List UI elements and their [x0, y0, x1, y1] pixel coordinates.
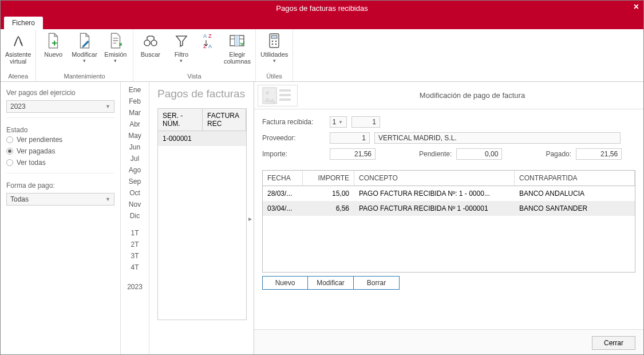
estado-label: Estado — [6, 126, 114, 134]
month-ago[interactable]: Ago — [121, 165, 149, 175]
grid-header: SER. - NÚM. FACTURA REC — [157, 108, 247, 131]
factura-serie[interactable]: 1▼ — [330, 116, 347, 128]
importe-value: 21,56 — [330, 148, 376, 160]
sort-az-icon: AZZA — [200, 31, 218, 50]
factura-label: Factura recibida: — [262, 118, 325, 126]
svg-text:A: A — [208, 44, 212, 49]
svg-point-0 — [144, 40, 150, 46]
modificar-button[interactable]: Modificar — [308, 276, 354, 290]
filtro-button[interactable]: Filtro ▾ — [169, 31, 194, 64]
col-concepto[interactable]: CONCEPTO — [354, 171, 515, 186]
month-ene[interactable]: Ene — [121, 85, 149, 94]
svg-rect-9 — [271, 36, 277, 38]
importe-label: Importe: — [262, 150, 325, 158]
month-jul[interactable]: Jul — [121, 154, 149, 163]
pagado-value: 21,56 — [576, 148, 622, 160]
svg-rect-18 — [279, 98, 291, 101]
chevron-down-icon: ▾ — [83, 58, 86, 64]
emit-doc-icon — [106, 31, 125, 50]
col-fecha[interactable]: FECHA — [263, 171, 303, 186]
forma-label: Forma de pago: — [6, 182, 114, 190]
utilidades-button[interactable]: Utilidades ▾ — [260, 31, 288, 64]
month-oct[interactable]: Oct — [121, 188, 149, 198]
payments-grid: FECHA IMPORTE CONCEPTO CONTRAPARTIDA 28/… — [262, 170, 635, 273]
nuevo-button[interactable]: Nuevo — [262, 276, 308, 290]
list-row[interactable]: 1-000001 — [158, 131, 246, 146]
month-mar[interactable]: Mar — [121, 108, 149, 117]
detail-title: Modificación de pago de factura — [301, 91, 643, 100]
col-ser-num[interactable]: SER. - NÚM. — [158, 109, 203, 131]
group-utiles-label: Útiles — [260, 72, 288, 80]
month-may[interactable]: May — [121, 131, 149, 140]
pagado-label: Pagado: — [546, 150, 571, 158]
month-abr[interactable]: Abr — [121, 120, 149, 129]
year-select[interactable]: 2023 ▼ — [6, 100, 114, 113]
page-title: Pagos de facturas — [157, 88, 247, 100]
col-contrapartida[interactable]: CONTRAPARTIDA — [515, 171, 635, 186]
sidebar: Ver pagos del ejercicio 2023 ▼ Estado Ve… — [1, 82, 121, 355]
factura-num[interactable]: 1 — [351, 116, 380, 128]
month-strip: Ene Feb Mar Abr May Jun Jul Ago Sep Oct … — [121, 82, 149, 355]
svg-point-13 — [275, 44, 277, 45]
emision-button[interactable]: Emisión ▾ — [103, 31, 128, 64]
svg-text:Z: Z — [203, 44, 207, 49]
month-feb[interactable]: Feb — [121, 97, 149, 106]
chevron-down-icon: ▼ — [105, 104, 110, 109]
edit-doc-icon — [76, 31, 94, 50]
svg-rect-17 — [279, 94, 291, 96]
tab-fichero[interactable]: Fichero — [4, 17, 43, 29]
quarter-2t[interactable]: 2T — [121, 240, 149, 249]
window-title: Pagos de facturas recibidas — [276, 4, 368, 13]
radio-pendientes[interactable]: Ver pendientes — [6, 134, 114, 145]
chevron-down-icon: ▾ — [114, 58, 117, 64]
svg-rect-7 — [235, 36, 239, 46]
modificar-button[interactable]: Modificar ▾ — [72, 31, 97, 64]
col-factura[interactable]: FACTURA REC — [203, 109, 246, 131]
payment-row[interactable]: 28/03/... 15,00 PAGO FACTURA RECIBIDA Nº… — [263, 186, 635, 201]
asistente-button[interactable]: Asistente virtual — [5, 31, 31, 65]
svg-point-12 — [272, 44, 274, 45]
svg-rect-16 — [279, 89, 291, 92]
proveedor-label: Proveedor: — [262, 134, 325, 142]
radio-pagadas[interactable]: Ver pagadas — [6, 145, 114, 157]
payment-row[interactable]: 03/04/... 6,56 PAGO FACTURA RECIBIDA Nº … — [263, 201, 635, 216]
quarter-3t[interactable]: 3T — [121, 251, 149, 261]
chevron-down-icon: ▼ — [105, 196, 110, 202]
month-nov[interactable]: Nov — [121, 200, 149, 209]
svg-point-1 — [151, 40, 157, 46]
cerrar-button[interactable]: Cerrar — [592, 336, 635, 350]
month-dic[interactable]: Dic — [121, 211, 149, 220]
detail-panel: Modificación de pago de factura Factura … — [254, 82, 643, 355]
forma-select[interactable]: Todas ▼ — [6, 193, 114, 206]
nuevo-button[interactable]: Nuevo — [41, 31, 66, 58]
buscar-button[interactable]: Buscar — [138, 31, 163, 58]
svg-point-10 — [272, 41, 274, 42]
proveedor-cod[interactable]: 1 — [330, 132, 370, 144]
month-sep[interactable]: Sep — [121, 177, 149, 186]
ver-pagos-label: Ver pagos del ejercicio — [6, 89, 114, 97]
svg-text:A: A — [203, 33, 207, 39]
close-icon[interactable]: × — [634, 2, 639, 12]
chevron-down-icon: ▾ — [180, 58, 183, 64]
pendiente-label: Pendiente: — [419, 150, 452, 158]
quarter-1t[interactable]: 1T — [121, 228, 149, 238]
month-jun[interactable]: Jun — [121, 143, 149, 152]
ribbon: Asistente virtual Atenea Nuevo Modificar… — [1, 29, 643, 82]
calculator-icon — [265, 31, 283, 50]
columns-icon — [228, 31, 246, 50]
group-atenea-label: Atenea — [5, 72, 31, 80]
group-mant-label: Mantenimiento — [41, 72, 128, 80]
year-2023[interactable]: 2023 — [121, 282, 149, 291]
main-list: Pagos de facturas SER. - NÚM. FACTURA RE… — [149, 82, 247, 355]
sort-button[interactable]: AZZA — [200, 31, 218, 50]
title-bar: Pagos de facturas recibidas × — [1, 1, 643, 15]
svg-point-15 — [266, 91, 269, 94]
new-doc-icon — [44, 31, 62, 50]
splitter-handle[interactable]: ▸ — [247, 82, 254, 355]
col-importe[interactable]: IMPORTE — [303, 171, 354, 186]
borrar-button[interactable]: Borrar — [354, 276, 400, 290]
quarter-4t[interactable]: 4T — [121, 263, 149, 272]
elegir-columnas-button[interactable]: Elegir columnas — [224, 31, 251, 65]
radio-todas[interactable]: Ver todas — [6, 157, 114, 168]
svg-text:Z: Z — [208, 33, 212, 39]
